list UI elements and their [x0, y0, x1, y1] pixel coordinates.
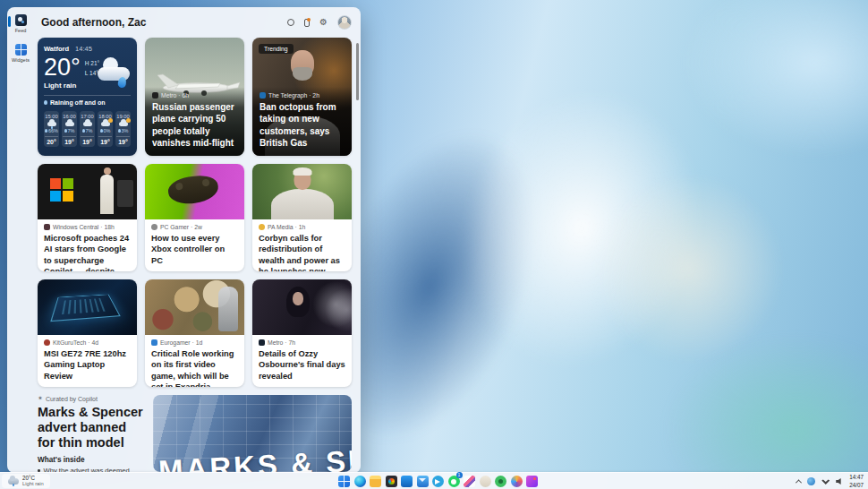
headline: Ban octopus from taking on new customers…: [260, 101, 345, 149]
clock-date: 24/07: [849, 482, 864, 489]
telegram-icon[interactable]: [432, 476, 444, 487]
whats-inside-label: What's inside: [38, 456, 145, 464]
headline: Critical Role working on its first video…: [151, 348, 238, 387]
hourly-cell: 17:00 7% 19°: [80, 111, 95, 147]
droplet-icon: [45, 129, 47, 133]
edge-browser-icon[interactable]: [354, 476, 366, 487]
droplet-icon: [44, 100, 47, 105]
headline: Corbyn calls for redistribution of wealt…: [259, 233, 345, 271]
news-card-xbox[interactable]: PC Gamer · 2w How to use every Xbox cont…: [145, 164, 244, 271]
headline: How to use every Xbox controller on PC: [151, 233, 238, 266]
source-favicon: [260, 92, 266, 99]
article-thumbnail: [252, 279, 352, 335]
news-card-msi[interactable]: KitGuruTech · 4d MSI GE72 7RE 120hz Gami…: [38, 279, 137, 387]
article-thumbnail: [252, 164, 352, 219]
source-meta: Eurogamer · 1d: [160, 339, 202, 346]
fantasy-art-image: [218, 287, 238, 331]
droplet-icon: [82, 129, 85, 133]
source-meta: Metro · 7h: [268, 339, 295, 346]
clock[interactable]: 14:47 24/07: [849, 474, 864, 488]
hourly-cell: 16:00 7% 19°: [62, 111, 77, 147]
headline: Russian passenger plane carrying 50 peop…: [152, 101, 237, 149]
outlook-icon[interactable]: [401, 476, 413, 487]
mail-app-icon[interactable]: [417, 476, 429, 487]
droplet-icon: [64, 129, 67, 133]
weather-time: 14:45: [75, 45, 92, 53]
paint-app-icon[interactable]: [464, 476, 475, 487]
cloud-icon: [65, 122, 74, 126]
rain-cloud-icon: [47, 122, 56, 126]
source-meta: KitGuruTech · 4d: [53, 339, 98, 346]
system-tray: 14:47 24/07: [796, 473, 864, 489]
network-globe-icon[interactable]: [807, 477, 815, 485]
news-card-ozzy[interactable]: Metro · 7h Details of Ozzy Osbourne's fi…: [252, 279, 352, 387]
person-image: [293, 167, 311, 176]
news-card-corbyn[interactable]: PA Media · 1h Corbyn calls for redistrib…: [252, 164, 352, 271]
news-card-microsoft[interactable]: Windows Central · 18h Microsoft poaches …: [38, 164, 137, 271]
weather-temperature: 20°: [44, 56, 81, 80]
start-button[interactable]: [338, 476, 350, 487]
widgets-sidebar: Feed Widgets: [7, 7, 34, 473]
refresh-icon[interactable]: [287, 19, 294, 26]
sidebar-item-widgets[interactable]: Widgets: [7, 44, 34, 63]
news-card-trending[interactable]: Trending The Telegraph · 2h Ban octopus …: [252, 38, 352, 156]
user-avatar[interactable]: [337, 15, 352, 30]
person-image: [100, 175, 114, 214]
widgets-panel: Feed Widgets Good afternoon, Zac ⚙: [7, 7, 361, 473]
article-thumbnail: [38, 279, 137, 335]
phone-link-icon[interactable]: [304, 19, 310, 27]
whatsapp-icon[interactable]: 1: [448, 476, 460, 487]
copilot-curated-story[interactable]: ✶ Curated by Copilot Marks & Spencer adv…: [38, 395, 352, 475]
settings-gear-icon[interactable]: ⚙: [319, 18, 328, 27]
source-meta: Windows Central · 18h: [53, 224, 115, 230]
volume-icon[interactable]: [836, 478, 843, 485]
news-card-plane[interactable]: Metro · 6h Russian passenger plane carry…: [145, 38, 244, 156]
source-favicon: [152, 92, 158, 99]
cloud-icon: [83, 122, 92, 126]
feed-scrollbar[interactable]: [356, 43, 359, 100]
hidden-icons-chevron[interactable]: [796, 479, 802, 485]
partly-sunny-icon: [119, 122, 128, 126]
storefront-sign-text: MARKS & SP: [157, 443, 352, 472]
app-icon-colorful[interactable]: [511, 476, 523, 487]
source-favicon: [44, 224, 50, 230]
news-card-critical-role[interactable]: Eurogamer · 1d Critical Role working on …: [145, 279, 244, 387]
source-meta: The Telegraph · 2h: [268, 92, 319, 99]
droplet-icon: [100, 129, 103, 133]
microsoft-logo-icon: [50, 178, 73, 202]
app-icon-light[interactable]: [480, 476, 491, 487]
taskbar-weather-button[interactable]: 20°C Light rain: [2, 474, 50, 488]
source-meta: Metro · 6h: [161, 92, 189, 99]
headline: MSI GE72 7RE 120hz Gaming Laptop Review: [44, 348, 131, 382]
source-favicon: [151, 339, 157, 346]
app-icon-purple[interactable]: [526, 476, 538, 487]
greeting-text: Good afternoon, Zac: [41, 16, 146, 29]
hourly-cell: 18:00 0% 19°: [98, 111, 113, 147]
file-explorer-icon[interactable]: [370, 476, 381, 487]
wifi-icon[interactable]: [821, 478, 830, 485]
sidebar-item-feed[interactable]: Feed: [7, 14, 34, 33]
taskbar: 20°C Light rain 1: [0, 472, 868, 489]
source-meta: PC Gamer · 2w: [160, 224, 202, 230]
hourly-cell: 19:00 3% 19°: [115, 111, 131, 147]
hourly-cell: 15:00 66% 20°: [44, 111, 59, 147]
xbox-controller-image: [166, 173, 220, 207]
photos-app-icon[interactable]: [386, 476, 397, 487]
app-icon-green[interactable]: [495, 476, 506, 487]
taskbar-weather-temp: 20°C: [22, 475, 44, 481]
feed-header: Good afternoon, Zac ⚙: [38, 11, 352, 34]
weather-location: Watford: [44, 45, 69, 53]
story-headline: Marks & Spencer advert banned for thin m…: [38, 405, 145, 450]
article-thumbnail: [145, 164, 244, 219]
store-front-image[interactable]: MARKS & SP: [153, 395, 352, 472]
desktop-wallpaper: Feed Widgets Good afternoon, Zac ⚙: [0, 0, 868, 489]
rain-cloud-icon: [98, 61, 130, 81]
weather-widget[interactable]: Watford 14:45 20° H 21° L 14° Light rain: [38, 38, 137, 156]
source-favicon: [259, 339, 265, 346]
card-grid: Watford 14:45 20° H 21° L 14° Light rain: [38, 38, 352, 387]
taskbar-weather-condition: Light rain: [22, 481, 44, 487]
laptop-image: [50, 295, 120, 322]
droplet-icon: [118, 129, 121, 133]
source-favicon: [44, 339, 50, 346]
sidebar-item-label: Widgets: [12, 57, 30, 63]
